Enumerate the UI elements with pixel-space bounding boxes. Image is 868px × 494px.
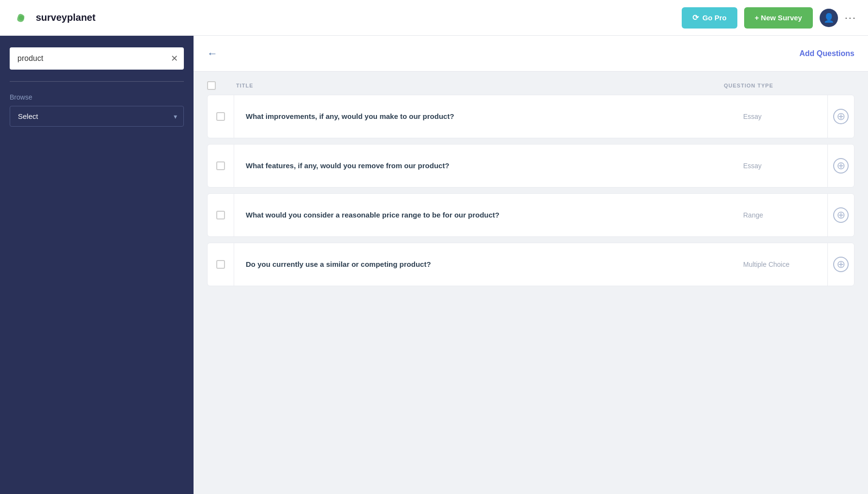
row-3-checkbox[interactable] [216, 211, 225, 219]
table-row: What improvements, if any, would you mak… [207, 95, 854, 138]
more-options-button[interactable]: ··· [845, 12, 856, 24]
logo-text: surveyplanet [36, 12, 95, 23]
row-1-add-button[interactable] [833, 109, 849, 124]
search-box: ✕ [10, 47, 184, 70]
col-title-header: TITLE [236, 83, 714, 88]
row-3-title: What would you consider a reasonable pri… [246, 210, 743, 221]
back-icon: ← [207, 47, 218, 60]
row-1-title: What improvements, if any, would you mak… [246, 111, 743, 122]
row-2-body: What features, if any, would you remove … [234, 151, 827, 181]
back-button[interactable]: ← [207, 47, 218, 60]
svg-point-1 [19, 15, 24, 20]
go-pro-icon: ⟳ [692, 13, 699, 22]
main-layout: ✕ Browse Select Category 1 Category 2 Ca… [0, 36, 868, 494]
row-2-action [827, 145, 854, 187]
row-check-col [208, 95, 234, 138]
avatar-icon: 👤 [823, 13, 834, 23]
questions-area: TITLE QUESTION TYPE What improvements, i… [194, 72, 868, 494]
add-questions-label: Add Questions [799, 49, 854, 58]
row-4-checkbox[interactable] [216, 260, 225, 269]
row-1-action [827, 95, 854, 138]
row-2-checkbox[interactable] [216, 161, 225, 170]
row-4-action [827, 243, 854, 286]
row-3-type: Range [743, 211, 816, 219]
col-type-header: QUESTION TYPE [724, 83, 821, 88]
header-actions: ⟳ Go Pro + New Survey 👤 ··· [682, 7, 856, 29]
new-survey-button[interactable]: + New Survey [744, 7, 813, 29]
select-all-checkbox[interactable] [207, 81, 216, 90]
sub-header: ← Add Questions [194, 36, 868, 72]
logo-icon [12, 8, 31, 28]
row-check-col [208, 194, 234, 236]
row-3-add-button[interactable] [833, 207, 849, 223]
content-area: ← Add Questions TITLE QUESTION TYPE [194, 36, 868, 494]
row-2-type: Essay [743, 162, 816, 170]
row-4-add-button[interactable] [833, 257, 849, 272]
select-wrapper: Select Category 1 Category 2 Category 3 [10, 106, 184, 127]
add-questions-button[interactable]: Add Questions [799, 49, 854, 58]
table-header: TITLE QUESTION TYPE [207, 81, 854, 95]
row-check-col [208, 145, 234, 187]
sidebar: ✕ Browse Select Category 1 Category 2 Ca… [0, 36, 194, 494]
new-survey-label: + New Survey [755, 14, 802, 22]
sidebar-divider [10, 81, 184, 82]
go-pro-button[interactable]: ⟳ Go Pro [682, 7, 737, 29]
search-input[interactable] [10, 47, 184, 70]
row-4-title: Do you currently use a similar or compet… [246, 259, 743, 270]
row-3-action [827, 194, 854, 236]
row-2-add-button[interactable] [833, 158, 849, 174]
category-select[interactable]: Select Category 1 Category 2 Category 3 [10, 106, 184, 127]
row-4-type: Multiple Choice [743, 261, 816, 268]
row-1-checkbox[interactable] [216, 112, 225, 121]
header-check-col [207, 81, 226, 90]
app-header: surveyplanet ⟳ Go Pro + New Survey 👤 ··· [0, 0, 868, 36]
table-row: What features, if any, would you remove … [207, 144, 854, 188]
search-clear-button[interactable]: ✕ [171, 53, 178, 64]
row-1-type: Essay [743, 113, 816, 120]
avatar-button[interactable]: 👤 [820, 9, 838, 27]
row-2-title: What features, if any, would you remove … [246, 160, 743, 172]
row-3-body: What would you consider a reasonable pri… [234, 200, 827, 231]
more-icon: ··· [845, 12, 856, 24]
go-pro-label: Go Pro [703, 14, 727, 22]
row-1-body: What improvements, if any, would you mak… [234, 102, 827, 132]
logo: surveyplanet [12, 8, 95, 28]
table-row: Do you currently use a similar or compet… [207, 243, 854, 286]
row-4-body: Do you currently use a similar or compet… [234, 249, 827, 280]
table-row: What would you consider a reasonable pri… [207, 193, 854, 237]
row-check-col [208, 243, 234, 286]
browse-label: Browse [10, 93, 184, 101]
